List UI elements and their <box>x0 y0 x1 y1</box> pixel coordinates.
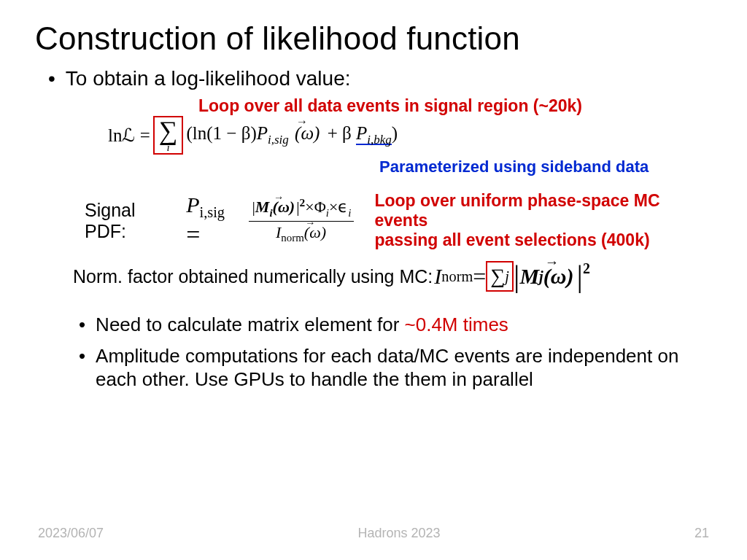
equation-signal-pdf: Signal PDF: Pi,sig = |Mi(ω)|2×Φi×ϵi Inor… <box>85 191 712 250</box>
page-title: Construction of likelihood function <box>35 20 712 57</box>
bullet-calc-times: Need to calculate matrix element for ~0.… <box>79 313 712 337</box>
bullet-gpu: Amplitude computations for each data/MC … <box>79 344 712 392</box>
annotation-loop-mc: Loop over uniform phase-space MC events … <box>374 191 712 250</box>
annotation-sideband: Parameterized using sideband data <box>379 158 712 176</box>
bullet-loglik: To obtain a log-likelihood value: <box>48 67 712 90</box>
equation-norm: Norm. factor obtained numerically using … <box>73 259 712 294</box>
footer-venue: Hadrons 2023 <box>357 526 440 541</box>
sum-over-j-box: ∑j <box>486 261 514 292</box>
annotation-loop-data: Loop over all data events in signal regi… <box>198 96 712 116</box>
sum-over-i-box: ∑ i <box>153 116 184 155</box>
slide-footer: 2023/06/07 Hadrons 2023 21 <box>0 526 747 541</box>
equation-lnL: lnℒ = ∑ i (ln(1 − β)Pi,sig (ω) + β Pi,bk… <box>108 116 712 155</box>
footer-page: 21 <box>694 526 709 541</box>
footer-date: 2023/06/07 <box>38 526 104 541</box>
